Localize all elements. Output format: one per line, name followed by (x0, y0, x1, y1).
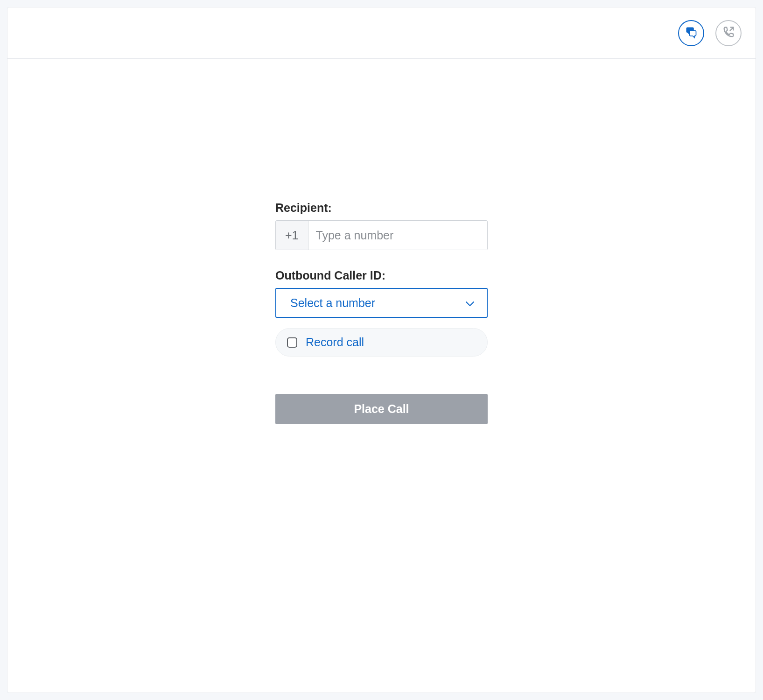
recipient-input-group: +1 (275, 220, 488, 250)
call-form: Recipient: +1 Outbound Caller ID: Select… (275, 201, 488, 424)
record-call-toggle[interactable]: Record call (275, 328, 488, 357)
place-call-button[interactable]: Place Call (275, 394, 488, 424)
chevron-down-icon (465, 300, 475, 306)
chat-button[interactable] (678, 20, 704, 46)
phone-outgoing-icon (722, 26, 735, 41)
call-panel: Recipient: +1 Outbound Caller ID: Select… (7, 7, 756, 693)
panel-content: Recipient: +1 Outbound Caller ID: Select… (7, 59, 756, 693)
recipient-input[interactable] (308, 221, 487, 250)
recipient-label: Recipient: (275, 201, 488, 215)
caller-id-select-text: Select a number (290, 296, 375, 310)
caller-id-select[interactable]: Select a number (275, 288, 488, 318)
chat-icon (685, 26, 698, 41)
caller-id-label: Outbound Caller ID: (275, 269, 488, 282)
record-call-checkbox[interactable] (287, 337, 297, 348)
record-call-label: Record call (306, 336, 364, 349)
panel-header (7, 7, 756, 59)
country-code-prefix[interactable]: +1 (276, 221, 308, 250)
phone-out-button[interactable] (715, 20, 742, 46)
